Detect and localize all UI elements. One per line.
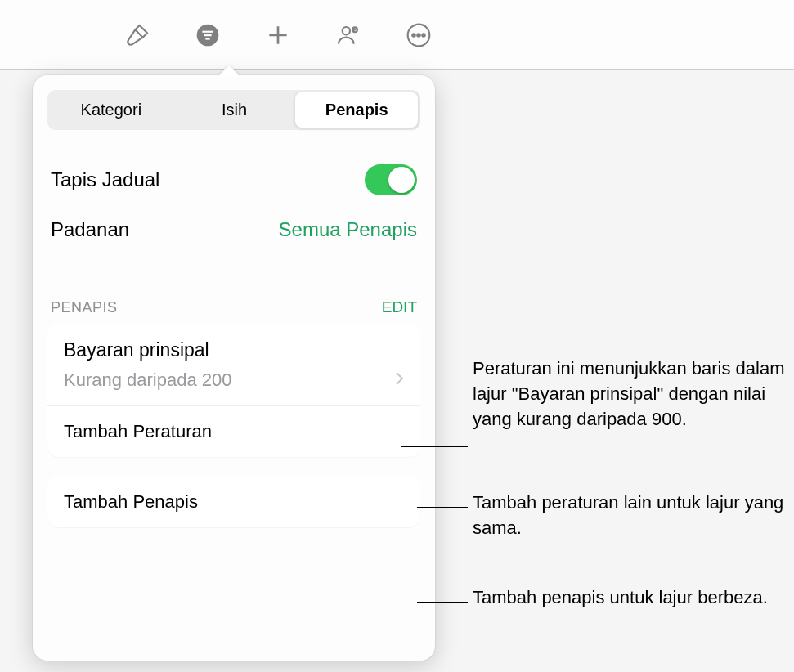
add-filter-button[interactable]: Tambah Penapis <box>47 477 420 527</box>
filter-table-row: Tapis Jadual <box>47 153 420 207</box>
toggle-knob <box>388 167 415 193</box>
add-rule-label: Tambah Peraturan <box>64 421 212 442</box>
svg-point-7 <box>412 34 415 36</box>
tab-filter[interactable]: Penapis <box>295 92 418 128</box>
filter-rule-card: Bayaran prinsipal Kurang daripada 200 Ta… <box>47 325 420 457</box>
svg-point-4 <box>343 27 350 34</box>
tab-segmented-control: Kategori Isih Penapis <box>47 90 420 130</box>
popover-arrow <box>218 64 240 75</box>
svg-rect-3 <box>205 38 209 39</box>
tab-category[interactable]: Kategori <box>50 92 173 128</box>
filters-header-label: Penapis <box>51 299 118 316</box>
callout-line <box>417 507 468 508</box>
svg-rect-1 <box>202 30 213 32</box>
matching-label: Padanan <box>51 218 129 241</box>
callout-add-filter: Tambah penapis untuk lajur berbeza. <box>473 585 794 611</box>
svg-rect-2 <box>204 34 211 36</box>
organize-popover: Kategori Isih Penapis Tapis Jadual Padan… <box>33 75 435 661</box>
toolbar <box>0 0 794 70</box>
add-rule-button[interactable]: Tambah Peraturan <box>47 405 420 457</box>
format-brush-icon[interactable] <box>123 20 152 50</box>
chevron-right-icon <box>394 370 404 391</box>
callout-rule: Peraturan ini menunjukkan baris dalam la… <box>473 356 794 432</box>
svg-point-8 <box>417 34 419 36</box>
organize-icon[interactable] <box>193 20 222 50</box>
filter-table-label: Tapis Jadual <box>51 168 159 191</box>
add-filter-card: Tambah Penapis <box>47 477 420 527</box>
callout-add-rule: Tambah peraturan lain untuk lajur yang s… <box>473 491 794 541</box>
filter-rule-column: Bayaran prinsipal <box>47 325 420 365</box>
plus-icon[interactable] <box>263 20 293 50</box>
filters-section-header: Penapis EDIT <box>47 298 420 325</box>
collaborate-icon[interactable] <box>334 20 363 50</box>
filter-table-toggle[interactable] <box>365 164 417 195</box>
filter-rule-condition-row[interactable]: Kurang daripada 200 <box>47 365 420 405</box>
matching-row[interactable]: Padanan Semua Penapis <box>47 207 420 253</box>
more-icon[interactable] <box>404 20 433 50</box>
matching-value[interactable]: Semua Penapis <box>279 218 417 241</box>
edit-filters-button[interactable]: EDIT <box>382 298 417 316</box>
tab-sort[interactable]: Isih <box>173 92 296 128</box>
filter-rule-condition: Kurang daripada 200 <box>64 370 232 391</box>
svg-point-9 <box>422 34 424 36</box>
callout-line <box>401 446 468 447</box>
callout-line <box>417 602 468 603</box>
add-filter-label: Tambah Penapis <box>64 491 198 513</box>
